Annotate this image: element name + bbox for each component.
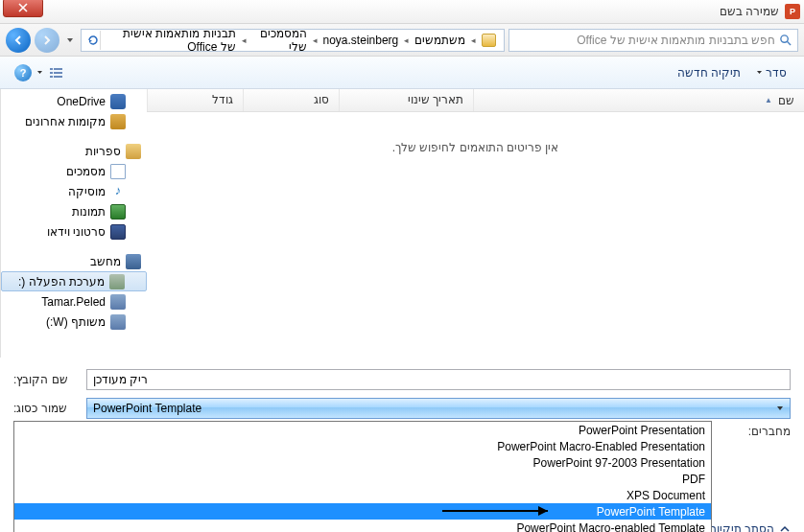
net-icon — [110, 294, 126, 310]
recent-icon — [110, 114, 126, 129]
svg-rect-2 — [54, 68, 62, 70]
empty-message: אין פריטים התואמים לחיפוש שלך. — [147, 112, 804, 183]
file-list-pane: שם▲ תאריך שינוי סוג גודל אין פריטים התוא… — [147, 89, 804, 358]
sidebar-item[interactable]: Tamar.Peled — [1, 291, 147, 312]
doc-icon — [110, 164, 126, 179]
authors-label: מחברים: — [748, 425, 791, 438]
help-button[interactable]: ? — [12, 62, 35, 83]
column-date[interactable]: תאריך שינוי — [339, 89, 473, 111]
breadcrumb[interactable]: ◂ משתמשים ◂ noya.steinberg ◂ המסמכים שלי… — [81, 29, 505, 52]
file-type-dropdown-list[interactable]: PowerPoint PresentationPowerPoint Macro-… — [13, 421, 712, 532]
new-folder-button[interactable]: תיקיה חדשה — [670, 66, 748, 80]
pointer-arrow-icon — [433, 503, 557, 520]
refresh-icon — [86, 34, 100, 47]
chevron-down-icon[interactable] — [36, 69, 43, 76]
main-area: שם▲ תאריך שינוי סוג גודל אין פריטים התוא… — [0, 89, 804, 358]
sidebar-item[interactable]: סרטוני וידאו — [1, 221, 147, 242]
dropdown-option[interactable]: XPS Document — [14, 487, 711, 503]
sidebar-item[interactable]: תמונות — [1, 201, 147, 221]
music-icon: ♪ — [110, 184, 126, 199]
refresh-button[interactable] — [85, 31, 101, 50]
sidebar-item[interactable]: מערכת הפעלה (: — [1, 271, 147, 291]
svg-point-0 — [781, 35, 788, 42]
drive-icon — [109, 274, 125, 289]
sidebar-item-label: מוסיקה — [68, 185, 106, 198]
sidebar-item-label: משותף (W:) — [46, 315, 106, 329]
breadcrumb-part[interactable]: noya.steinberg — [319, 34, 403, 47]
dropdown-option[interactable]: PowerPoint Presentation — [14, 422, 711, 438]
save-as-type-value: PowerPoint Template — [93, 402, 201, 415]
dropdown-option[interactable]: PowerPoint Template — [14, 503, 711, 520]
organize-menu[interactable]: סדר — [748, 66, 794, 80]
sidebar-item[interactable]: מקומות אחרונים — [1, 111, 147, 131]
chevron-down-icon — [756, 69, 763, 76]
column-name[interactable]: שם▲ — [473, 89, 804, 111]
breadcrumb-part[interactable]: משתמשים — [411, 34, 469, 47]
sidebar-item[interactable]: מסמכים — [1, 161, 147, 181]
svg-rect-6 — [54, 76, 62, 78]
sidebar-item-label: OneDrive — [57, 95, 106, 108]
view-options-button[interactable] — [45, 62, 68, 83]
sidebar-item-label: מקומות אחרונים — [25, 115, 106, 128]
powerpoint-icon: P — [785, 4, 800, 19]
sidebar-item-label: מערכת הפעלה (: — [18, 275, 105, 289]
sidebar-tree[interactable]: OneDriveמקומות אחרוניםספריותמסמכים♪מוסיק… — [0, 89, 147, 358]
search-input[interactable]: חפש בתבניות מותאמות אישית של Office — [508, 29, 798, 52]
column-size[interactable]: גודל — [147, 89, 243, 111]
sidebar-item[interactable]: OneDrive — [1, 91, 147, 111]
dropdown-option[interactable]: PowerPoint 97-2003 Presentation — [14, 454, 711, 471]
search-placeholder: חפש בתבניות מותאמות אישית של Office — [577, 34, 775, 47]
sidebar-item-label: ספריות — [85, 145, 121, 158]
view-icon — [49, 66, 64, 80]
column-type[interactable]: סוג — [243, 89, 339, 111]
sidebar-item-label: סרטוני וידאו — [47, 225, 106, 239]
folder-icon — [482, 34, 496, 47]
sidebar-item[interactable]: משותף (W:) — [1, 312, 147, 332]
save-as-type-dropdown[interactable]: PowerPoint Template — [86, 398, 791, 419]
close-icon — [18, 3, 28, 12]
nav-history-dropdown[interactable] — [63, 34, 77, 47]
dropdown-option[interactable]: PowerPoint Macro-Enabled Presentation — [14, 438, 711, 454]
breadcrumb-part[interactable]: המסמכים שלי — [248, 27, 311, 54]
comp-icon — [126, 254, 141, 269]
pic-icon — [110, 204, 126, 220]
save-as-type-label: שמור כסוג: — [13, 402, 79, 415]
dropdown-option[interactable]: PowerPoint Macro-enabled Template — [14, 520, 711, 532]
toolbar: סדר תיקיה חדשה ? — [0, 57, 804, 89]
save-form: שם הקובץ: PowerPoint Template שמור כסוג:… — [0, 358, 804, 421]
svg-rect-1 — [50, 68, 53, 70]
help-icon: ? — [14, 64, 32, 81]
sidebar-item[interactable]: ספריות — [1, 141, 147, 161]
column-headers: שם▲ תאריך שינוי סוג גודל — [147, 89, 804, 112]
breadcrumb-part[interactable]: תבניות מותאמות אישית של Office — [101, 27, 240, 54]
sidebar-item-label: תמונות — [72, 205, 106, 219]
sidebar-item-label: מחשב — [90, 255, 121, 268]
dropdown-option[interactable]: PDF — [14, 471, 711, 487]
title-bar: P שמירה בשם — [0, 0, 804, 24]
chevron-up-icon — [779, 523, 791, 532]
search-icon — [779, 34, 792, 46]
filename-label: שם הקובץ: — [13, 373, 79, 386]
nav-back-button[interactable] — [6, 28, 31, 53]
svg-rect-4 — [54, 72, 62, 74]
vid-icon — [110, 224, 126, 240]
hide-folders-button[interactable]: הסתר תיקיות — [709, 522, 791, 532]
nav-forward-button[interactable] — [35, 28, 59, 53]
sidebar-item[interactable]: ♪מוסיקה — [1, 181, 147, 201]
sidebar-item-label: מסמכים — [66, 165, 106, 178]
filename-input[interactable] — [86, 369, 791, 390]
svg-rect-5 — [50, 76, 53, 78]
svg-rect-3 — [50, 72, 53, 74]
authors-row: מחברים: — [748, 425, 791, 438]
close-button[interactable] — [3, 0, 43, 17]
lib-icon — [126, 144, 141, 159]
navigation-bar: ◂ משתמשים ◂ noya.steinberg ◂ המסמכים שלי… — [0, 24, 804, 57]
chevron-down-icon — [776, 405, 784, 412]
net-icon — [110, 314, 126, 330]
window-title: שמירה בשם — [4, 5, 779, 18]
sidebar-item-label: Tamar.Peled — [41, 295, 106, 309]
cloud-icon — [110, 94, 126, 109]
sidebar-item[interactable]: מחשב — [1, 251, 147, 271]
